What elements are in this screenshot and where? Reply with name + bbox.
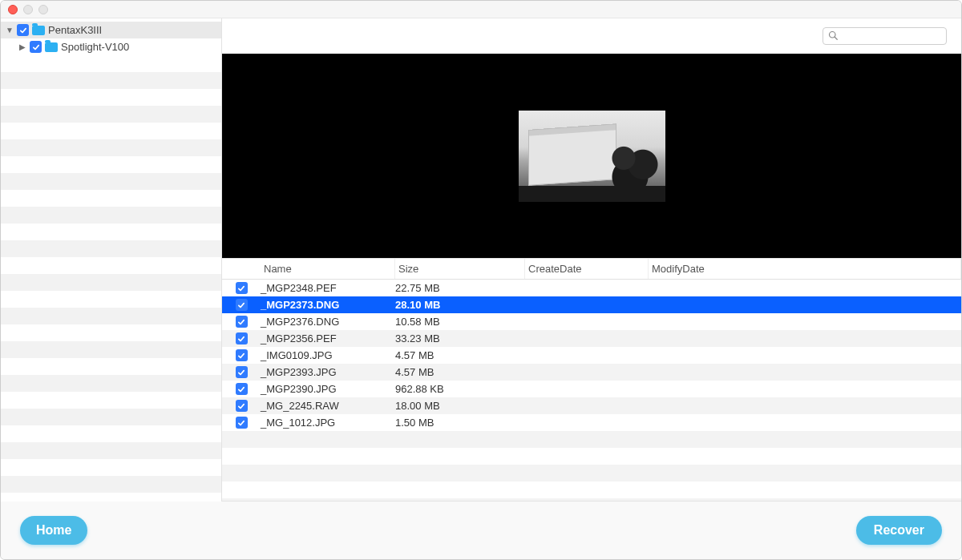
checkbox[interactable] bbox=[17, 24, 29, 36]
cell-size: 33.23 MB bbox=[395, 332, 525, 344]
folder-icon bbox=[32, 26, 45, 35]
header-name[interactable]: Name bbox=[261, 259, 395, 279]
row-checkbox[interactable] bbox=[236, 316, 248, 328]
toolbar bbox=[222, 18, 961, 54]
traffic-lights bbox=[8, 5, 48, 14]
folder-label: Spotlight-V100 bbox=[61, 41, 129, 53]
table-row[interactable]: _MGP2348.PEF22.75 MB bbox=[222, 280, 961, 296]
sidebar-item[interactable]: ▼PentaxK3III bbox=[1, 22, 221, 38]
table-row[interactable]: _MGP2390.JPG962.88 KB bbox=[222, 381, 961, 397]
home-button[interactable]: Home bbox=[20, 516, 87, 545]
image-thumbnail bbox=[519, 111, 665, 202]
recover-button[interactable]: Recover bbox=[856, 516, 942, 545]
zoom-icon[interactable] bbox=[38, 5, 48, 14]
body: ▼PentaxK3III▶Spotlight-V100 bbox=[1, 18, 961, 502]
app-window: ▼PentaxK3III▶Spotlight-V100 bbox=[0, 0, 962, 560]
row-checkbox[interactable] bbox=[236, 282, 248, 294]
table-row[interactable]: _MG_2245.RAW18.00 MB bbox=[222, 397, 961, 414]
row-checkbox[interactable] bbox=[236, 417, 248, 429]
cell-size: 10.58 MB bbox=[395, 316, 525, 328]
cell-size: 1.50 MB bbox=[395, 417, 525, 429]
checkbox[interactable] bbox=[30, 41, 42, 53]
sidebar-item[interactable]: ▶Spotlight-V100 bbox=[1, 38, 221, 55]
row-checkbox[interactable] bbox=[236, 332, 248, 344]
row-checkbox[interactable] bbox=[236, 299, 248, 311]
search-field[interactable] bbox=[823, 27, 947, 45]
table-body: _MGP2348.PEF22.75 MB_MGP2373.DNG28.10 MB… bbox=[222, 280, 961, 502]
cell-size: 28.10 MB bbox=[395, 299, 525, 311]
cell-name: _MGP2373.DNG bbox=[261, 299, 395, 311]
cell-size: 4.57 MB bbox=[395, 366, 525, 378]
header-modifydate[interactable]: ModifyDate bbox=[649, 259, 961, 279]
file-table: Name Size CreateDate ModifyDate _MGP2348… bbox=[222, 258, 961, 502]
table-header: Name Size CreateDate ModifyDate bbox=[222, 259, 961, 280]
table-row[interactable]: _MGP2356.PEF33.23 MB bbox=[222, 330, 961, 347]
table-row[interactable]: _MGP2373.DNG28.10 MB bbox=[222, 296, 961, 313]
close-icon[interactable] bbox=[8, 5, 18, 14]
cell-name: _IMG0109.JPG bbox=[261, 349, 395, 361]
row-checkbox[interactable] bbox=[236, 383, 248, 395]
folder-tree: ▼PentaxK3III▶Spotlight-V100 bbox=[1, 18, 221, 55]
row-checkbox[interactable] bbox=[236, 366, 248, 378]
cell-size: 18.00 MB bbox=[395, 400, 525, 412]
cell-name: _MGP2393.JPG bbox=[261, 366, 395, 378]
header-checkbox-col bbox=[222, 259, 261, 279]
cell-name: _MG_2245.RAW bbox=[261, 400, 395, 412]
cell-size: 962.88 KB bbox=[395, 383, 525, 395]
sidebar: ▼PentaxK3III▶Spotlight-V100 bbox=[1, 18, 222, 502]
titlebar bbox=[1, 1, 961, 18]
table-row[interactable]: _MGP2393.JPG4.57 MB bbox=[222, 364, 961, 381]
search-icon bbox=[828, 30, 838, 42]
svg-line-1 bbox=[835, 37, 837, 39]
cell-name: _MGP2348.PEF bbox=[261, 282, 395, 294]
folder-label: PentaxK3III bbox=[48, 24, 102, 36]
sidebar-empty-area bbox=[1, 55, 221, 502]
table-row[interactable]: _MGP2376.DNG10.58 MB bbox=[222, 313, 961, 330]
table-row[interactable]: _IMG0109.JPG4.57 MB bbox=[222, 347, 961, 364]
cell-size: 4.57 MB bbox=[395, 349, 525, 361]
row-checkbox[interactable] bbox=[236, 349, 248, 361]
chevron-right-icon[interactable]: ▶ bbox=[18, 43, 26, 51]
chevron-down-icon[interactable]: ▼ bbox=[6, 26, 14, 34]
header-createdate[interactable]: CreateDate bbox=[525, 259, 649, 279]
header-size[interactable]: Size bbox=[395, 259, 525, 279]
minimize-icon[interactable] bbox=[23, 5, 33, 14]
footer: Home Recover bbox=[1, 502, 961, 559]
cell-size: 22.75 MB bbox=[395, 282, 525, 294]
cell-name: _MGP2376.DNG bbox=[261, 316, 395, 328]
table-row[interactable]: _MG_1012.JPG1.50 MB bbox=[222, 414, 961, 431]
cell-name: _MGP2390.JPG bbox=[261, 383, 395, 395]
row-checkbox[interactable] bbox=[236, 400, 248, 412]
search-input[interactable] bbox=[841, 30, 941, 42]
folder-icon bbox=[45, 42, 58, 52]
preview-area bbox=[222, 54, 961, 258]
cell-name: _MGP2356.PEF bbox=[261, 332, 395, 344]
main-panel: Name Size CreateDate ModifyDate _MGP2348… bbox=[222, 18, 961, 502]
cell-name: _MG_1012.JPG bbox=[261, 417, 395, 429]
